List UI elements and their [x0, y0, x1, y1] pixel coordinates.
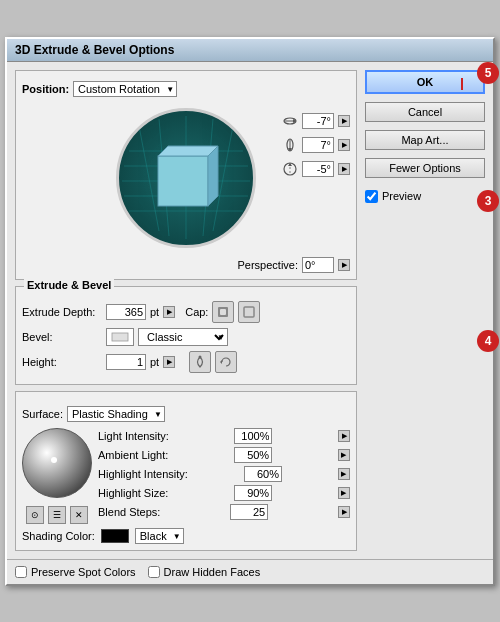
sphere-highlight-dot: [51, 457, 57, 463]
height-input[interactable]: [106, 354, 146, 370]
ambient-light-row: Ambient Light: ▶: [98, 447, 350, 463]
height-arrow[interactable]: ▶: [163, 356, 175, 368]
ambient-light-arrow[interactable]: ▶: [338, 449, 350, 461]
perspective-arrow[interactable]: ▶: [338, 259, 350, 271]
sphere-btn-2[interactable]: ☰: [48, 506, 66, 524]
shading-color-swatch[interactable]: [101, 529, 129, 543]
highlight-size-row: Highlight Size: ▶: [98, 485, 350, 501]
surface-header: Surface: Plastic Shading: [22, 406, 350, 422]
3d-preview-circle[interactable]: [116, 108, 256, 248]
preview-label: Preview: [382, 190, 421, 202]
cap-button-off[interactable]: [238, 301, 260, 323]
height-unit: pt: [150, 356, 159, 368]
dialog-window: 3D Extrude & Bevel Options Position: Cus…: [5, 37, 495, 586]
shading-color-select[interactable]: Black: [135, 528, 184, 544]
svg-rect-23: [220, 309, 226, 315]
highlight-intensity-input[interactable]: [244, 466, 282, 482]
perspective-label: Perspective:: [237, 259, 298, 271]
extrude-depth-label: Extrude Depth:: [22, 306, 102, 318]
svg-marker-12: [208, 146, 218, 206]
bevel-preview-svg: [110, 331, 130, 343]
extrude-depth-arrow[interactable]: ▶: [163, 306, 175, 318]
surface-select[interactable]: Plastic Shading: [67, 406, 165, 422]
perspective-row: Perspective: 0° ▶: [22, 257, 350, 273]
z-rotation-icon: [282, 161, 298, 177]
svg-point-27: [199, 355, 202, 358]
anno-line-5: [461, 78, 463, 90]
highlight-size-label: Highlight Size:: [98, 487, 168, 499]
x-rotation-input[interactable]: -7°: [302, 113, 334, 129]
z-rotation-arrow[interactable]: ▶: [338, 163, 350, 175]
position-select-wrapper[interactable]: Custom Rotation: [73, 81, 177, 97]
preserve-spot-colors-checkbox[interactable]: [15, 566, 27, 578]
svg-rect-10: [158, 156, 208, 206]
extrude-depth-unit: pt: [150, 306, 159, 318]
cap-button-on[interactable]: [212, 301, 234, 323]
annotation-3: 3: [477, 190, 499, 212]
extrude-section: Extrude & Bevel Extrude Depth: pt ▶ Cap:: [15, 286, 357, 385]
preserve-spot-colors-label: Preserve Spot Colors: [31, 566, 136, 578]
position-select[interactable]: Custom Rotation: [73, 81, 177, 97]
3d-box-svg: [146, 138, 226, 218]
twist-button[interactable]: [189, 351, 211, 373]
extrude-depth-input[interactable]: [106, 304, 146, 320]
light-intensity-row: Light Intensity: ▶: [98, 428, 350, 444]
preview-checkbox[interactable]: [365, 190, 378, 203]
bevel-row: Bevel: Classic: [22, 328, 350, 346]
y-rotation-arrow[interactable]: ▶: [338, 139, 350, 151]
draw-hidden-faces-checkbox[interactable]: [148, 566, 160, 578]
position-section: Position: Custom Rotation: [15, 70, 357, 280]
bevel-select-wrapper[interactable]: Classic: [138, 328, 228, 346]
surface-select-wrapper[interactable]: Plastic Shading: [67, 406, 165, 422]
fewer-options-button[interactable]: Fewer Options: [365, 158, 485, 178]
surface-label: Surface:: [22, 408, 63, 420]
highlight-size-input[interactable]: [234, 485, 272, 501]
bevel-select[interactable]: Classic: [138, 328, 228, 346]
left-panel: Position: Custom Rotation: [15, 70, 357, 551]
map-art-button[interactable]: Map Art...: [365, 130, 485, 150]
surface-section: Surface: Plastic Shading ⊙: [15, 391, 357, 551]
preserve-spot-colors-row: Preserve Spot Colors: [15, 566, 136, 578]
blend-steps-row: Blend Steps: ▶: [98, 504, 350, 520]
sphere-preview: [22, 428, 92, 498]
cap-label: Cap:: [185, 306, 208, 318]
light-intensity-label: Light Intensity:: [98, 430, 169, 442]
position-label: Position:: [22, 83, 69, 95]
blend-steps-arrow[interactable]: ▶: [338, 506, 350, 518]
draw-hidden-faces-label: Draw Hidden Faces: [164, 566, 261, 578]
ok-button[interactable]: OK: [365, 70, 485, 94]
cap-on-icon: [216, 305, 230, 319]
bevel-preview: [106, 328, 134, 346]
z-rotation-input[interactable]: -5°: [302, 161, 334, 177]
z-axis-icon-svg: [283, 162, 297, 176]
highlight-intensity-arrow[interactable]: ▶: [338, 468, 350, 480]
blend-steps-input[interactable]: [230, 504, 268, 520]
x-axis-icon-svg: [283, 114, 297, 128]
svg-marker-28: [220, 360, 222, 364]
light-intensity-input[interactable]: [234, 428, 272, 444]
shading-color-select-wrapper[interactable]: Black: [135, 528, 184, 544]
light-intensity-arrow[interactable]: ▶: [338, 430, 350, 442]
rotation-controls: -7° ▶ 7° ▶: [282, 113, 350, 177]
highlight-size-arrow[interactable]: ▶: [338, 487, 350, 499]
sphere-area: ⊙ ☰ ✕: [22, 428, 92, 524]
y-rotation-input[interactable]: 7°: [302, 137, 334, 153]
highlight-intensity-row: Highlight Intensity: ▶: [98, 466, 350, 482]
perspective-input[interactable]: 0°: [302, 257, 334, 273]
x-rotation-row: -7° ▶: [282, 113, 350, 129]
sphere-btn-3[interactable]: ✕: [70, 506, 88, 524]
bevel-label: Bevel:: [22, 331, 102, 343]
extrude-section-label: Extrude & Bevel: [24, 279, 114, 291]
rotate-button[interactable]: [215, 351, 237, 373]
y-axis-icon-svg: [283, 138, 297, 152]
z-rotation-row: -5° ▶: [282, 161, 350, 177]
x-rotation-arrow[interactable]: ▶: [338, 115, 350, 127]
sphere-btn-1[interactable]: ⊙: [26, 506, 44, 524]
svg-rect-24: [244, 307, 254, 317]
surface-params: Light Intensity: ▶ Ambient Light: ▶ High…: [98, 428, 350, 524]
svg-rect-26: [112, 333, 128, 341]
position-header: Position: Custom Rotation: [22, 81, 350, 97]
right-panel: OK Cancel Map Art... Fewer Options Previ…: [365, 70, 485, 203]
cancel-button[interactable]: Cancel: [365, 102, 485, 122]
ambient-light-input[interactable]: [234, 447, 272, 463]
